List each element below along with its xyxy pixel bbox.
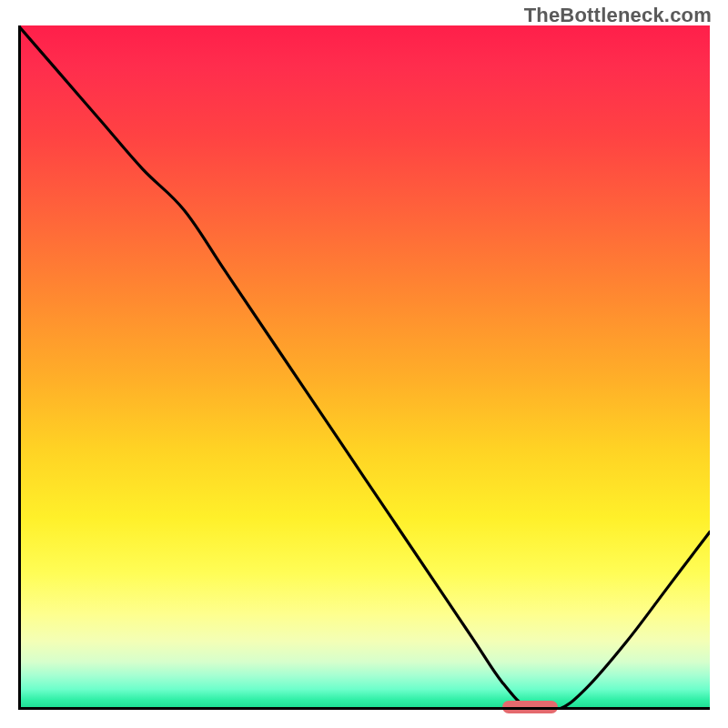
plot-area: [18, 25, 710, 710]
bottleneck-curve: [18, 25, 710, 710]
optimal-range-marker: [502, 701, 558, 713]
watermark-text: TheBottleneck.com: [524, 4, 712, 27]
chart-root: TheBottleneck.com: [0, 0, 728, 728]
curve-path: [18, 25, 710, 710]
